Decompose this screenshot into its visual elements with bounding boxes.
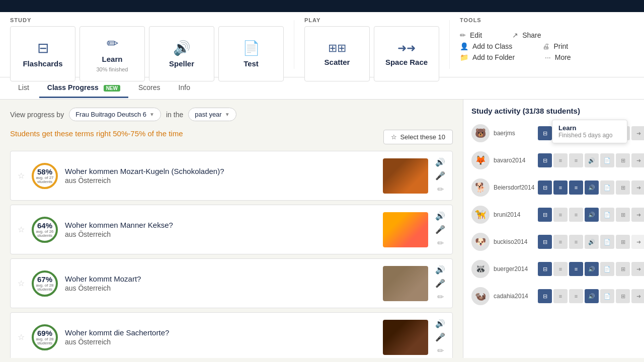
activity-icon-test-gray[interactable]: 📄 — [600, 180, 614, 195]
activity-icon-speller-gray[interactable]: ≡ — [569, 235, 583, 249]
view-progress-label: View progress by — [10, 111, 64, 119]
activity-icon-scatter-gray[interactable]: ⊞ — [616, 153, 630, 167]
student-row: 🦊 bavaro2014 ⊟≡≡🔊📄⊞➜ — [471, 149, 636, 171]
activity-icon-flashcard-blue[interactable]: ⊟ — [538, 180, 552, 195]
spacerace-label: Space Race — [385, 58, 428, 66]
activity-icon-flashcard-blue[interactable]: ⊟ — [538, 208, 552, 222]
tab-class-progress[interactable]: Class Progress NEW — [39, 78, 128, 98]
edit-icon[interactable]: ✏ — [437, 238, 444, 248]
activity-icon-audio-blue[interactable]: 🔊 — [585, 208, 599, 222]
select-these-button[interactable]: ☆ Select these 10 — [383, 130, 453, 144]
activity-icons: ⊟≡≡🔊📄⊞➜ — [538, 262, 644, 276]
period-dropdown[interactable]: past year ▼ — [188, 108, 236, 121]
activity-icon-spacerace-gray[interactable]: ➜ — [631, 126, 644, 140]
activity-icon-speller-gray[interactable]: ≡ — [569, 153, 583, 167]
tab-list[interactable]: List — [10, 78, 37, 98]
activity-icon-speller-blue[interactable]: ≡ — [569, 262, 583, 276]
activity-icon-speller-gray[interactable]: ≡ — [569, 289, 583, 303]
star-icon[interactable]: ☆ — [18, 225, 25, 234]
tab-info[interactable]: Info — [171, 78, 198, 98]
activity-icon-learn-gray[interactable]: ≡ — [553, 289, 568, 303]
activity-icon-spacerace-dim[interactable]: ➜ — [631, 235, 644, 249]
activity-icon-learn-gray[interactable]: ≡ — [553, 235, 568, 249]
highlight-row: Students get these terms right 50%-75% o… — [10, 129, 453, 145]
add-class-icon: 👤 — [460, 42, 468, 50]
activity-icon-learn-gray[interactable]: ≡ — [553, 208, 568, 222]
edit-icon[interactable]: ✏ — [437, 292, 444, 302]
mic-icon[interactable]: 🎤 — [435, 332, 445, 342]
star-icon[interactable]: ☆ — [18, 279, 25, 288]
mic-icon[interactable]: 🎤 — [435, 279, 445, 288]
activity-icon-speller-gray[interactable]: ≡ — [569, 208, 583, 222]
add-to-folder-link[interactable]: 📁 Add to Folder — [460, 53, 515, 61]
activity-icon-test-gray[interactable]: 📄 — [600, 289, 614, 303]
activity-icon-scatter-gray[interactable]: ⊞ — [616, 262, 630, 276]
activity-icon-flashcard-blue[interactable]: ⊟ — [538, 262, 552, 276]
activity-icon-test-gray[interactable]: 📄 — [600, 235, 614, 249]
print-link[interactable]: 🖨 Print — [542, 42, 568, 50]
print-label: Print — [553, 42, 568, 50]
tools-row-1: ✏ Edit ↗ Share — [460, 31, 601, 39]
activity-icon-audio-gray[interactable]: 🔊 — [585, 153, 599, 167]
mic-icon[interactable]: 🎤 — [435, 171, 445, 180]
activity-icon-flashcard-blue[interactable]: ⊟ — [538, 289, 552, 303]
activity-icon-test-gray[interactable]: 📄 — [600, 153, 614, 167]
activity-icon-scatter-gray[interactable]: ⊞ — [616, 180, 630, 195]
activity-icon-flashcard-blue[interactable]: ⊟ — [538, 153, 552, 167]
activity-icon-flashcard-blue[interactable]: ⊟ — [538, 235, 552, 249]
activity-icon-scatter-gray[interactable]: ⊞ — [616, 289, 630, 303]
activity-icon-spacerace-gray[interactable]: ➜ — [631, 289, 644, 303]
edit-icon[interactable]: ✏ — [437, 185, 444, 194]
card-answer: aus Österreich — [65, 338, 376, 346]
more-link[interactable]: ··· More — [545, 53, 571, 61]
class-dropdown[interactable]: Frau Buitrago Deutsch 6 ▼ — [69, 108, 161, 121]
activity-icon-spacerace-gray[interactable]: ➜ — [631, 180, 644, 195]
selected-period: past year — [195, 111, 221, 118]
activity-icon-learn-gray[interactable]: ≡ — [553, 153, 568, 167]
card-image — [383, 158, 428, 194]
scatter-button[interactable]: ⊞⊞ Scatter — [304, 26, 370, 81]
activity-icon-scatter-gray[interactable]: ⊞ — [616, 235, 630, 249]
card-question: Woher kommt die Sachertorte? — [65, 328, 376, 337]
scatter-icon: ⊞⊞ — [328, 42, 346, 55]
student-avatar: 🐶 — [471, 233, 490, 251]
activity-icon-audio-blue[interactable]: 🔊 — [585, 262, 599, 276]
mic-icon[interactable]: 🎤 — [435, 225, 445, 234]
activity-icon-spacerace-gray[interactable]: ➜ — [631, 153, 644, 167]
spacerace-button[interactable]: ➜➜ Space Race — [374, 26, 439, 81]
edit-icon[interactable]: ✏ — [437, 346, 444, 355]
audio-icon[interactable]: 🔊 — [435, 319, 445, 328]
test-button[interactable]: 📄 Test — [218, 26, 284, 81]
in-the-label: in the — [166, 111, 183, 119]
tools-links: ✏ Edit ↗ Share 👤 Add to Class 🖨 Print — [460, 26, 601, 66]
speller-label: Speller — [169, 59, 194, 68]
star-icon[interactable]: ☆ — [18, 332, 25, 342]
activity-icon-audio-blue[interactable]: 🔊 — [585, 180, 599, 195]
activity-icon-test-gray[interactable]: 📄 — [600, 262, 614, 276]
speller-button[interactable]: 🔊 Speller — [149, 26, 214, 81]
edit-link[interactable]: ✏ Edit — [460, 31, 482, 39]
activity-icon-speller-blue[interactable]: ≡ — [569, 180, 583, 195]
learn-button[interactable]: ✏ Learn 30% finished — [79, 26, 145, 81]
star-icon[interactable]: ☆ — [18, 171, 25, 180]
activity-icon-flashcard-blue[interactable]: ⊟ — [538, 126, 552, 140]
student-name: Beiersdorf2014 — [494, 184, 534, 191]
activity-icon-learn-blue[interactable]: ≡ — [553, 180, 568, 195]
student-avatar: 🦦 — [471, 287, 490, 305]
flashcards-button[interactable]: ⊟ Flashcards — [10, 26, 75, 81]
audio-icon[interactable]: 🔊 — [435, 157, 445, 167]
audio-icon[interactable]: 🔊 — [435, 265, 445, 275]
audio-icon[interactable]: 🔊 — [435, 211, 445, 221]
activity-icon-scatter-gray[interactable]: ⊞ — [616, 208, 630, 222]
activity-title: Study activity (31/38 students) — [471, 107, 636, 115]
tab-scores[interactable]: Scores — [130, 78, 169, 98]
add-to-class-link[interactable]: 👤 Add to Class — [460, 42, 512, 50]
activity-icon-spacerace-gray[interactable]: ➜ — [631, 262, 644, 276]
activity-icon-audio-gray[interactable]: 🔊 — [585, 235, 599, 249]
share-link[interactable]: ↗ Share — [512, 31, 541, 39]
folder-label: Add to Folder — [472, 53, 515, 61]
activity-icon-spacerace-gray[interactable]: ➜ — [631, 208, 644, 222]
activity-icon-test-gray[interactable]: 📄 — [600, 208, 614, 222]
activity-icon-audio-blue[interactable]: 🔊 — [585, 289, 599, 303]
activity-icon-learn-gray[interactable]: ≡ — [553, 262, 568, 276]
